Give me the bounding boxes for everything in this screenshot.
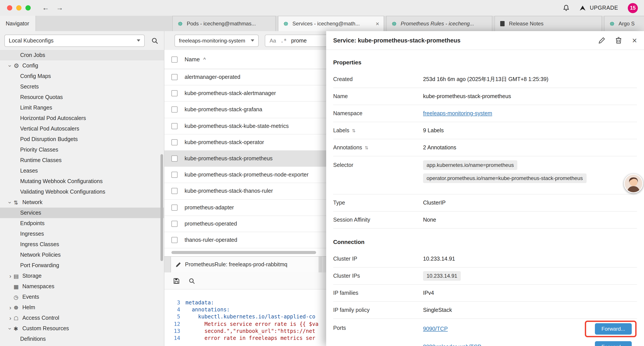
dock-tab-prometheusrule[interactable]: PrometheusRule: freeleaps-prod-rabbitmq <box>170 257 319 272</box>
forward-arrow-icon[interactable]: → <box>56 4 63 11</box>
edit-icon[interactable] <box>598 37 605 43</box>
tab-label: Prometheus Rules - icecheng... <box>401 20 474 27</box>
upgrade-button[interactable]: UPGRADE <box>579 5 618 11</box>
sidebar-item[interactable]: Leases <box>0 166 164 176</box>
sidebar-item[interactable]: Network <box>0 197 164 208</box>
chevron-icon[interactable] <box>7 304 14 311</box>
sidebar-item[interactable]: Config <box>0 60 164 71</box>
sidebar-item[interactable]: Ingresses <box>0 229 164 239</box>
user-avatar[interactable] <box>624 174 643 193</box>
row-checkbox[interactable] <box>172 172 178 178</box>
sidebar-item[interactable]: Config Maps <box>0 71 164 81</box>
cluster-tab[interactable]: Argo S <box>604 16 644 31</box>
sidebar-item[interactable]: Access Control <box>0 313 164 323</box>
save-icon[interactable] <box>173 278 180 284</box>
sidebar-search-icon[interactable] <box>150 34 160 47</box>
sidebar-item[interactable]: Port Forwarding <box>0 260 164 271</box>
sidebar-item[interactable]: Network Policies <box>0 250 164 260</box>
row-checkbox[interactable] <box>172 123 178 129</box>
property-label: Ports <box>333 320 423 331</box>
port-link[interactable]: 9090/TCP <box>423 326 448 332</box>
close-icon[interactable]: × <box>632 36 637 44</box>
port-link[interactable]: 8080:reloader-web/TCP <box>423 344 481 346</box>
sidebar-item[interactable]: Validating Webhook Configurations <box>0 187 164 197</box>
property-label: Cluster IPs <box>333 273 423 279</box>
cluster-tab[interactable]: Services - icecheng@math... × <box>278 16 384 31</box>
editor-search-icon[interactable] <box>188 278 195 284</box>
regex-toggle[interactable]: .* <box>280 37 287 43</box>
row-checkbox[interactable] <box>172 107 178 113</box>
sidebar-item[interactable]: Vertical Pod Autoscalers <box>0 123 164 134</box>
sidebar-item-label: Network Policies <box>20 252 61 258</box>
sidebar-item[interactable]: Storage <box>0 271 164 281</box>
sidebar-item[interactable]: Priority Classes <box>0 145 164 155</box>
cluster-tab[interactable]: Pods - icecheng@mathmas... <box>172 16 276 31</box>
sort-ascending-icon[interactable]: ^ <box>203 56 206 62</box>
sidebar-item[interactable]: Ingress Classes <box>0 239 164 250</box>
sidebar-item[interactable]: Custom Resources <box>0 323 164 334</box>
chevron-icon[interactable] <box>7 273 14 279</box>
sidebar-item[interactable]: Events <box>0 292 164 302</box>
row-checkbox[interactable] <box>172 188 178 194</box>
sidebar-item[interactable]: Endpoints <box>0 218 164 229</box>
properties-heading: Properties <box>333 50 637 71</box>
sidebar-item[interactable]: Pod Disruption Budgets <box>0 134 164 145</box>
cluster-tab[interactable]: Release Notes <box>494 16 602 31</box>
navigator-tab[interactable]: Navigator <box>0 16 36 31</box>
cluster-tab[interactable]: Prometheus Rules - icecheng... <box>386 16 492 31</box>
sidebar-item[interactable]: Services <box>0 208 164 218</box>
sidebar-item[interactable]: Limit Ranges <box>0 102 164 113</box>
property-row-ip-family-policy: IP family policy SingleStack <box>333 302 637 319</box>
delete-icon[interactable] <box>616 37 622 44</box>
sidebar-item[interactable]: Definitions <box>0 334 164 344</box>
sidebar-item[interactable]: Resource Quotas <box>0 92 164 102</box>
namespace-link[interactable]: freeleaps-monitoring-system <box>423 110 492 116</box>
notification-count-badge[interactable]: 15 <box>628 3 638 13</box>
row-checkbox[interactable] <box>172 221 178 227</box>
scrollbar-thumb[interactable] <box>172 251 316 254</box>
notifications-bell-icon[interactable] <box>563 4 570 11</box>
chevron-icon[interactable] <box>7 315 14 321</box>
row-checkbox[interactable] <box>172 155 178 162</box>
tab-close-icon[interactable]: × <box>376 20 379 27</box>
forward-button[interactable]: Forward... <box>595 323 632 335</box>
chevron-icon[interactable] <box>7 199 14 206</box>
forward-button[interactable]: Forward... <box>595 341 632 346</box>
sidebar-tree: Cron Jobs Config Config Maps <box>0 50 164 344</box>
sidebar-item-label: Config Maps <box>20 73 51 79</box>
kubeconfig-select[interactable]: Local Kubeconfigs <box>4 34 145 47</box>
app-window: ← → UPGRADE 15 Navigator Pods - icecheng… <box>0 0 644 346</box>
property-row-namespace: Namespace freeleaps-monitoring-system <box>333 105 637 122</box>
sidebar-scrollbar[interactable] <box>160 154 163 261</box>
sidebar-item[interactable]: Secrets <box>0 81 164 92</box>
select-all-checkbox[interactable] <box>172 56 178 62</box>
expand-collapse-icon[interactable]: ⇅ <box>352 128 356 133</box>
row-checkbox[interactable] <box>172 139 178 145</box>
sidebar-item[interactable]: Cron Jobs <box>0 50 164 60</box>
sidebar-item-label: Events <box>22 294 39 300</box>
sidebar-item[interactable]: Namespaces <box>0 281 164 292</box>
sidebar-item[interactable]: Runtime Classes <box>0 155 164 166</box>
back-arrow-icon[interactable]: ← <box>42 4 49 11</box>
sidebar-item[interactable]: Mutating Webhook Configurations <box>0 176 164 187</box>
row-checkbox[interactable] <box>172 90 178 97</box>
sidebar-item[interactable]: Horizontal Pod Autoscalers <box>0 113 164 123</box>
sidebar-item-label: Runtime Classes <box>20 157 62 163</box>
property-label: Type <box>333 200 423 206</box>
row-checkbox[interactable] <box>172 237 178 243</box>
search-query: prome <box>291 37 307 43</box>
minimize-window-icon[interactable] <box>16 5 22 10</box>
match-case-toggle[interactable]: Aa <box>270 37 276 43</box>
close-window-icon[interactable] <box>7 5 12 10</box>
chevron-icon[interactable] <box>7 62 14 69</box>
namespace-select[interactable]: freeleaps-monitoring-system <box>174 34 259 47</box>
maximize-window-icon[interactable] <box>26 5 31 10</box>
row-checkbox[interactable] <box>172 204 178 210</box>
dock-tab-label: PrometheusRule: freeleaps-prod-rabbitmq <box>185 262 287 268</box>
name-column-header[interactable]: Name <box>184 56 200 63</box>
sidebar-item[interactable]: Helm <box>0 302 164 313</box>
expand-collapse-icon[interactable]: ⇅ <box>365 145 368 150</box>
chevron-icon[interactable] <box>7 325 14 332</box>
row-checkbox[interactable] <box>172 74 178 80</box>
line-code: second.","runbook_url":"https://net <box>186 328 315 335</box>
